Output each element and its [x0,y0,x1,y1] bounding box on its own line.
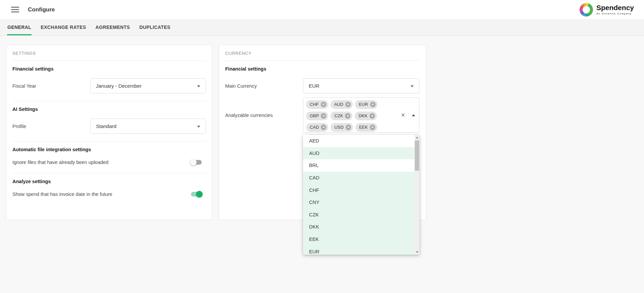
dropdown-option[interactable]: EUR [303,245,419,255]
fiscal-year-label: Fiscal Year [12,83,90,89]
content-area: SETTINGS Financial settings Fiscal Year … [0,36,644,220]
dropdown-scrollbar[interactable] [414,135,419,255]
dropdown-option[interactable]: BRL [303,159,419,172]
dropdown-option[interactable]: CAD [303,172,419,184]
chevron-down-icon [410,85,414,87]
config-tabbar: GENERAL EXCHANGE RATES AGREEMENTS DUPLIC… [0,19,644,36]
chevron-down-icon [197,126,200,128]
divider [225,60,420,61]
ignore-files-label: Ignore files that have already been uplo… [12,160,190,165]
divider [12,60,206,61]
chevron-up-icon[interactable] [412,114,415,116]
tab-duplicates[interactable]: DUPLICATES [139,19,170,35]
currency-card: CURRENCY Financial settings Main Currenc… [219,45,426,220]
dropdown-option[interactable]: CNY [303,196,419,209]
currency-chip: USD ✕ [331,123,353,132]
currency-chip: EEK ✕ [355,123,377,132]
scroll-up-icon[interactable] [414,135,419,140]
main-currency-value: EUR [309,83,319,89]
fiscal-year-select[interactable]: January - December [90,78,206,93]
logo-brand-text: Spendency [596,4,634,11]
chevron-down-icon [197,85,200,87]
remove-chip-icon[interactable]: ✕ [369,113,375,119]
currency-chip: CHF ✕ [306,100,328,109]
dropdown-option[interactable]: CZK [303,209,419,221]
analyzable-currencies-multiselect[interactable]: CHF ✕ AUD ✕ EUR ✕ GBP ✕ CZK ✕ [303,97,419,133]
divider [12,173,206,173]
currency-card-title: CURRENCY [225,45,420,60]
tab-agreements[interactable]: AGREEMENTS [95,19,131,35]
remove-chip-icon[interactable]: ✕ [321,125,326,130]
remove-chip-icon[interactable]: ✕ [345,102,351,107]
currency-chip: CZK ✕ [331,112,352,120]
main-currency-select[interactable]: EUR [303,78,419,93]
currency-chip: DKK ✕ [355,112,377,120]
analyzable-currencies-label: Analyzable currencies [225,113,303,118]
tab-general[interactable]: GENERAL [7,19,32,35]
future-invoice-label: Show spend that has invoice date in the … [12,192,190,197]
ai-settings-heading: AI Settings [12,106,206,113]
settings-card: SETTINGS Financial settings Fiscal Year … [6,45,212,220]
main-currency-label: Main Currency [225,83,303,89]
remove-chip-icon[interactable]: ✕ [321,113,326,119]
profile-select[interactable]: Standard [90,119,206,134]
dropdown-option[interactable]: AED [303,135,419,147]
analyze-settings-heading: Analyze settings [12,178,206,185]
future-invoice-toggle[interactable] [190,191,203,198]
dropdown-option[interactable]: EEK [303,233,419,246]
currency-chip: AUD ✕ [331,100,353,109]
settings-card-title: SETTINGS [12,45,206,60]
fiscal-year-value: January - December [96,83,142,89]
scrollbar-thumb[interactable] [415,140,419,171]
currency-chip: CAD ✕ [306,123,328,132]
menu-icon[interactable] [11,5,19,14]
currency-chip: GBP ✕ [306,112,328,120]
ignore-files-toggle[interactable] [190,159,203,166]
remove-chip-icon[interactable]: ✕ [321,102,326,107]
remove-chip-icon[interactable]: ✕ [370,125,375,130]
file-integration-heading: Automatic file integration settings [12,146,206,153]
scroll-down-icon[interactable] [414,249,419,255]
dropdown-option[interactable]: DKK [303,221,419,233]
remove-chip-icon[interactable]: ✕ [346,125,351,130]
page-title: Configure [28,6,55,13]
remove-chip-icon[interactable]: ✕ [345,113,350,119]
currency-dropdown-list: AED AUD BRL CAD CHF CNY CZK DKK EEK EUR [303,135,419,255]
spendency-logo: Spendency An Onventis Company [580,3,634,16]
tab-exchange-rates[interactable]: EXCHANGE RATES [40,19,86,35]
divider [12,141,206,141]
dropdown-option[interactable]: AUD [303,147,419,160]
logo-donut-icon [580,3,593,16]
financial-settings-heading: Financial settings [225,66,420,72]
clear-selection-icon[interactable]: ✕ [400,112,406,119]
dropdown-option[interactable]: CHF [303,184,419,196]
divider [12,101,206,101]
logo-tagline: An Onventis Company [596,12,634,15]
remove-chip-icon[interactable]: ✕ [370,102,376,107]
profile-value: Standard [96,123,116,129]
financial-settings-heading: Financial settings [12,66,206,72]
currency-chip: EUR ✕ [355,100,377,109]
top-bar: Configure Spendency An Onventis Company [0,0,644,19]
profile-label: Profile [12,124,90,129]
